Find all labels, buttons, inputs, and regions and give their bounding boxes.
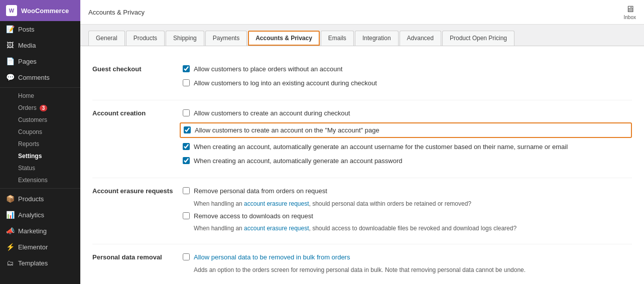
auto-password-checkbox[interactable] <box>183 157 190 164</box>
allow-bulk-remove-row: Allow personal data to be removed in bul… <box>183 252 632 262</box>
inbox-label: Inbox <box>624 15 636 20</box>
remove-downloads-checkbox[interactable] <box>183 212 190 219</box>
page-title: Accounts & Privacy <box>88 9 145 16</box>
inbox-icon: 🖥 <box>625 4 634 15</box>
remove-personal-data-row: Remove personal data from orders on requ… <box>183 186 632 196</box>
sidebar-label-posts: Posts <box>18 26 35 33</box>
allow-login-checkout-label: Allow customers to log into an existing … <box>194 78 377 88</box>
erasure-request-link-1[interactable]: account erasure request <box>244 200 309 207</box>
personal-data-label: Personal data removal <box>92 252 183 277</box>
allow-bulk-remove-checkbox[interactable] <box>183 253 190 260</box>
create-account-checkout-row: Allow customers to create an account dur… <box>183 108 632 118</box>
media-icon: 🖼 <box>6 41 14 49</box>
sidebar-item-analytics[interactable]: 📊 Analytics <box>0 207 80 223</box>
create-account-myaccount-label: Allow customers to create an account on … <box>195 125 379 135</box>
tab-product-open-pricing[interactable]: Product Open Pricing <box>442 31 514 46</box>
allow-orders-no-account-label: Allow customers to place orders without … <box>194 64 342 74</box>
posts-icon: 📝 <box>6 25 14 33</box>
create-account-myaccount-row-highlighted: Allow customers to create an account on … <box>180 122 632 138</box>
main-area: Accounts & Privacy 🖥 Inbox General Produ… <box>80 0 644 284</box>
sidebar-label-comments: Comments <box>18 74 50 81</box>
comments-icon: 💬 <box>6 73 14 81</box>
create-account-checkout-label: Allow customers to create an account dur… <box>194 108 350 118</box>
remove-downloads-label: Remove access to downloads on request <box>194 211 313 221</box>
content-area: General Products Shipping Payments Accou… <box>80 25 644 284</box>
sidebar-item-home[interactable]: Home <box>0 90 80 102</box>
tab-advanced[interactable]: Advanced <box>400 31 441 46</box>
sidebar-item-posts[interactable]: 📝 Posts <box>0 21 80 37</box>
sidebar-label-templates: Templates <box>18 259 48 267</box>
sidebar-item-elementor[interactable]: ⚡ Elementor <box>0 239 80 255</box>
woo-label: WooCommerce <box>21 7 69 15</box>
tab-emails[interactable]: Emails <box>321 31 354 46</box>
topbar: Accounts & Privacy 🖥 Inbox <box>80 0 644 25</box>
erasure-requests-label: Account erasure requests <box>92 186 183 236</box>
sidebar-label-elementor: Elementor <box>18 243 48 251</box>
sidebar-item-coupons[interactable]: Coupons <box>0 126 80 138</box>
tab-accounts-privacy[interactable]: Accounts & Privacy <box>248 31 320 46</box>
auto-username-row: When creating an account, automatically … <box>183 142 632 152</box>
marketing-icon: 📣 <box>6 227 14 235</box>
tab-payments[interactable]: Payments <box>205 31 247 46</box>
tab-general[interactable]: General <box>88 31 125 46</box>
woo-icon: W <box>6 5 17 16</box>
sidebar-label-marketing: Marketing <box>18 227 47 235</box>
sidebar-item-marketing[interactable]: 📣 Marketing <box>0 223 80 239</box>
allow-orders-no-account-checkbox[interactable] <box>183 65 190 72</box>
create-account-checkout-checkbox[interactable] <box>183 109 190 116</box>
elementor-icon: ⚡ <box>6 243 14 251</box>
analytics-icon: 📊 <box>6 211 14 219</box>
sidebar-label-media: Media <box>18 42 36 49</box>
tab-shipping[interactable]: Shipping <box>166 31 204 46</box>
templates-icon: 🗂 <box>6 259 14 267</box>
erasure-requests-controls: Remove personal data from orders on requ… <box>183 186 632 236</box>
auto-username-checkbox[interactable] <box>183 143 190 150</box>
allow-bulk-remove-helper: Adds an option to the orders screen for … <box>183 266 632 273</box>
guest-checkout-controls: Allow customers to place orders without … <box>183 64 632 92</box>
sidebar-item-products[interactable]: 📦 Products <box>0 191 80 207</box>
woo-nav: Home Orders 3 Customers Coupons Reports … <box>0 90 80 186</box>
remove-downloads-row: Remove access to downloads on request <box>183 211 632 221</box>
sidebar-label-analytics: Analytics <box>18 211 44 219</box>
orders-badge: 3 <box>40 105 48 111</box>
tab-products[interactable]: Products <box>126 31 165 46</box>
remove-personal-data-helper: When handling an account erasure request… <box>183 200 632 207</box>
sidebar-item-reports[interactable]: Reports <box>0 138 80 150</box>
guest-checkout-section: Guest checkout Allow customers to place … <box>92 56 632 100</box>
sidebar-item-orders[interactable]: Orders 3 <box>0 102 80 114</box>
account-creation-section: Account creation Allow customers to crea… <box>92 100 632 178</box>
sidebar-item-settings[interactable]: Settings <box>0 150 80 162</box>
allow-bulk-remove-label: Allow personal data to be removed in bul… <box>194 252 350 262</box>
personal-data-controls: Allow personal data to be removed in bul… <box>183 252 632 277</box>
settings-tabs: General Products Shipping Payments Accou… <box>80 25 644 46</box>
top-nav: 📝 Posts 🖼 Media 📄 Pages 💬 Comments <box>0 21 80 85</box>
erasure-request-link-2[interactable]: account erasure request <box>244 225 309 232</box>
guest-checkout-row-2: Allow customers to log into an existing … <box>183 78 632 88</box>
sidebar-divider-2 <box>0 188 80 189</box>
sidebar-item-customers[interactable]: Customers <box>0 114 80 126</box>
woocommerce-logo[interactable]: W WooCommerce <box>0 0 80 21</box>
sidebar-item-status[interactable]: Status <box>0 162 80 174</box>
sidebar-item-extensions[interactable]: Extensions <box>0 174 80 186</box>
settings-panel: Guest checkout Allow customers to place … <box>80 46 644 284</box>
pages-icon: 📄 <box>6 57 14 65</box>
auto-password-row: When creating an account, automatically … <box>183 156 632 166</box>
sidebar-item-media[interactable]: 🖼 Media <box>0 37 80 53</box>
remove-personal-data-checkbox[interactable] <box>183 187 190 194</box>
sidebar-item-comments[interactable]: 💬 Comments <box>0 69 80 85</box>
create-account-myaccount-checkbox[interactable] <box>184 126 191 133</box>
sidebar: W WooCommerce 📝 Posts 🖼 Media 📄 Pages 💬 … <box>0 0 80 284</box>
bottom-nav: 📦 Products 📊 Analytics 📣 Marketing ⚡ Ele… <box>0 191 80 271</box>
auto-username-label: When creating an account, automatically … <box>194 142 568 152</box>
inbox-button[interactable]: 🖥 Inbox <box>624 4 636 20</box>
tab-integration[interactable]: Integration <box>355 31 399 46</box>
account-creation-label: Account creation <box>92 108 183 170</box>
sidebar-label-pages: Pages <box>18 58 37 65</box>
sidebar-item-pages[interactable]: 📄 Pages <box>0 53 80 69</box>
personal-data-section: Personal data removal Allow personal dat… <box>92 244 632 284</box>
guest-checkout-row-1: Allow customers to place orders without … <box>183 64 632 74</box>
erasure-requests-section: Account erasure requests Remove personal… <box>92 178 632 244</box>
sidebar-divider-1 <box>0 87 80 88</box>
allow-login-checkout-checkbox[interactable] <box>183 79 190 86</box>
sidebar-item-templates[interactable]: 🗂 Templates <box>0 255 80 271</box>
